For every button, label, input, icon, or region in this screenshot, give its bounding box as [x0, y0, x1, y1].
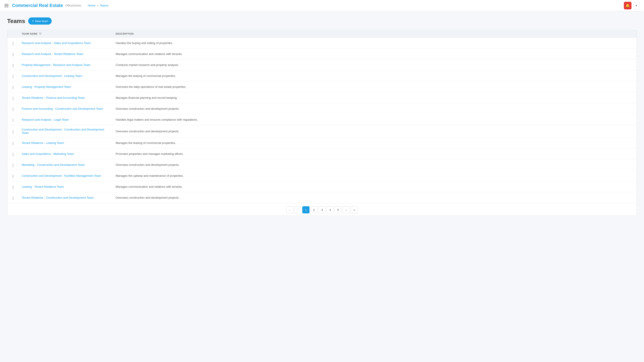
team-name-link[interactable]: Research and Analysis - Sales and Acquis… [22, 41, 91, 45]
row-actions-cell [8, 114, 18, 125]
row-team-name: Property Management - Research and Analy… [18, 59, 112, 70]
row-actions-cell [8, 137, 18, 148]
table-row: Research and Analysis - Sales and Acquis… [8, 37, 636, 48]
row-team-name: Leasing - Property Management Team [18, 81, 112, 92]
table-row: Sales and Acquisitions - Marketing TeamP… [8, 148, 636, 159]
row-team-name: Research and Analysis - Legal Team [18, 114, 112, 125]
row-actions-cell [8, 159, 18, 170]
row-description: Promotes properties and manages marketin… [112, 148, 636, 159]
more-options-icon[interactable] [12, 64, 15, 67]
col-actions-header [8, 30, 18, 37]
chevron-down-icon: ▾ [636, 4, 637, 7]
office-series: OfficeSeries [65, 4, 81, 7]
more-options-icon[interactable] [12, 86, 15, 89]
table-row: Leasing - Property Management TeamOverse… [8, 81, 636, 92]
row-team-name: Leasing - Tenant Relations Team [18, 181, 112, 192]
more-options-icon[interactable] [12, 53, 15, 56]
header-dropdown-button[interactable]: ▾ [633, 2, 640, 9]
row-team-name: Finance and Accounting - Construction an… [18, 103, 112, 114]
breadcrumb-home[interactable]: Home [88, 4, 96, 7]
col-description-header: DESCRIPTION [112, 30, 636, 37]
row-actions-cell [8, 148, 18, 159]
team-name-link[interactable]: Construction and Development - Leasing T… [22, 74, 82, 77]
team-name-link[interactable]: Marketing - Construction and Development… [22, 163, 85, 166]
row-description: Oversees construction and development pr… [112, 159, 636, 170]
row-actions-cell [8, 170, 18, 181]
row-actions-cell [8, 181, 18, 192]
table-row: Marketing - Construction and Development… [8, 159, 636, 170]
row-actions-cell [8, 59, 18, 70]
team-name-link[interactable]: Tenant Relations - Finance and Accountin… [22, 96, 85, 99]
more-options-icon[interactable] [12, 185, 15, 189]
row-description: Oversees construction and development pr… [112, 192, 636, 203]
table-row: Research and Analysis - Legal TeamHandle… [8, 114, 636, 125]
more-options-icon[interactable] [12, 118, 15, 122]
row-team-name: Construction and Development - Facilitie… [18, 170, 112, 181]
page-content: Teams + New team TEAM NAME [0, 11, 644, 222]
team-name-link[interactable]: Property Management - Research and Analy… [22, 63, 90, 67]
pagination-first[interactable]: « [286, 206, 294, 213]
row-actions-cell [8, 70, 18, 81]
table-row: Construction and Development - Facilitie… [8, 170, 636, 181]
team-name-link[interactable]: Construction and Development - Facilitie… [22, 174, 101, 177]
team-name-link[interactable]: Research and Analysis - Legal Team [22, 118, 69, 121]
row-description: Handles legal matters and ensures compli… [112, 114, 636, 125]
pagination-page-2[interactable]: 2 [310, 206, 318, 213]
team-name-link[interactable]: Leasing - Property Management Team [22, 85, 71, 88]
page-header: Teams + New team [7, 17, 637, 24]
team-name-link[interactable]: Construction and Development - Construct… [22, 128, 104, 134]
more-options-icon[interactable] [12, 175, 15, 178]
row-description: Manages financial planning and record-ke… [112, 92, 636, 103]
team-name-link[interactable]: Finance and Accounting - Construction an… [22, 107, 103, 110]
table-row: Research and Analysis - Tenant Relations… [8, 48, 636, 59]
pagination-prev[interactable]: ‹ [294, 206, 302, 213]
more-options-icon[interactable] [12, 153, 15, 156]
pagination-page-5[interactable]: 5 [334, 206, 342, 213]
pagination-page-4[interactable]: 4 [326, 206, 334, 213]
pagination-page-1[interactable]: 1 [302, 206, 310, 213]
row-actions-cell [8, 92, 18, 103]
team-name-link[interactable]: Tenant Relations - Leasing Team [22, 141, 64, 145]
row-actions-cell [8, 81, 18, 92]
notification-button[interactable]: 🔔 [624, 2, 632, 9]
menu-icon[interactable] [4, 4, 8, 7]
plus-icon: + [32, 19, 34, 23]
header-actions: 🔔 ▾ [624, 2, 640, 9]
more-options-icon[interactable] [12, 142, 15, 145]
row-description: Manages the upkeep and maintenance of pr… [112, 170, 636, 181]
breadcrumb: Home » Teams [88, 4, 108, 7]
pagination-page-3[interactable]: 3 [318, 206, 326, 213]
breadcrumb-current: Teams [100, 4, 108, 7]
row-actions-cell [8, 37, 18, 48]
more-options-icon[interactable] [12, 75, 15, 78]
team-name-link[interactable]: Sales and Acquisitions - Marketing Team [22, 152, 74, 156]
row-description: Manages the leasing of commercial proper… [112, 137, 636, 148]
more-options-icon[interactable] [12, 42, 15, 45]
row-team-name: Research and Analysis - Tenant Relations… [18, 48, 112, 59]
row-description: Handles the buying and selling of proper… [112, 37, 636, 48]
more-options-icon[interactable] [12, 130, 15, 134]
table-row: Construction and Development - Construct… [8, 125, 636, 137]
more-options-icon[interactable] [12, 196, 15, 200]
row-team-name: Tenant Relations - Construction and Deve… [18, 192, 112, 203]
more-options-icon[interactable] [12, 96, 15, 100]
more-options-icon[interactable] [12, 107, 15, 111]
breadcrumb-separator: » [97, 4, 98, 7]
filter-icon[interactable] [39, 32, 42, 35]
team-name-link[interactable]: Leasing - Tenant Relations Team [22, 185, 64, 188]
table-body: Research and Analysis - Sales and Acquis… [8, 37, 636, 203]
team-name-link[interactable]: Tenant Relations - Construction and Deve… [22, 196, 94, 199]
new-team-label: New team [35, 19, 48, 23]
team-name-link[interactable]: Research and Analysis - Tenant Relations… [22, 52, 84, 56]
more-options-icon[interactable] [12, 164, 15, 167]
table-row: Tenant Relations - Finance and Accountin… [8, 92, 636, 103]
row-description: Oversees construction and development pr… [112, 125, 636, 137]
new-team-button[interactable]: + New team [28, 17, 52, 24]
pagination-last[interactable]: » [350, 206, 358, 213]
pagination: « ‹ 1 2 3 4 5 › » [8, 203, 636, 216]
row-description: Manages communication and relations with… [112, 181, 636, 192]
bell-icon: 🔔 [626, 3, 630, 7]
row-actions-cell [8, 103, 18, 114]
pagination-next[interactable]: › [342, 206, 350, 213]
table-header-row: TEAM NAME DESCRIPTION [8, 30, 636, 37]
